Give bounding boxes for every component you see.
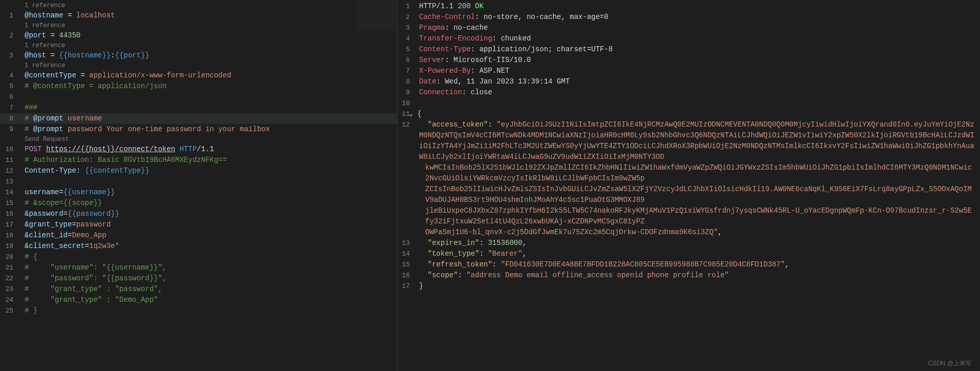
- request-code[interactable]: 1 reference1@hostname = localhost1 refer…: [0, 0, 397, 316]
- code-line[interactable]: 4@contentType = application/x-www-form-u…: [0, 70, 397, 81]
- code-content[interactable]: "token_type": "Bearer",: [417, 249, 527, 259]
- code-content[interactable]: Cache-Control: no-store, no-cache, max-a…: [417, 12, 609, 23]
- code-content[interactable]: Server: Microsoft-IIS/10.0: [417, 55, 531, 66]
- code-line[interactable]: 10POST https://{{host}}/connect/token HT…: [0, 144, 397, 155]
- code-line[interactable]: 15 "refresh_token": "FD041630E7D0E4A8BE7…: [398, 259, 980, 270]
- code-line[interactable]: 14username={{username}}: [0, 187, 397, 198]
- code-content[interactable]: Content-Type: application/json; charset=…: [417, 44, 613, 55]
- code-line[interactable]: 22# "password": "{{password}}",: [0, 273, 397, 284]
- fold-icon[interactable]: ⌄: [409, 109, 413, 119]
- code-content[interactable]: &password={{password}}: [23, 209, 119, 219]
- code-line[interactable]: 18&client_id=Demo_App: [0, 230, 397, 241]
- code-line[interactable]: 24# "grant_type" : "Demo_App": [0, 295, 397, 305]
- code-content[interactable]: # "username": "{{username}}",: [23, 262, 166, 273]
- code-line[interactable]: 1@hostname = localhost: [0, 10, 397, 21]
- code-content[interactable]: Content-Type: {{contentType}}: [23, 166, 150, 176]
- code-line[interactable]: 13 "expires_in": 31536000,: [398, 238, 980, 249]
- code-line[interactable]: 12Content-Type: {{contentType}}: [0, 166, 397, 176]
- code-line[interactable]: 25# }: [0, 305, 397, 316]
- code-content[interactable]: kwMCIsInBob25lX251bWJlcl92ZXJpZmllZCI6Ik…: [417, 162, 975, 184]
- code-content[interactable]: username={{username}}: [23, 187, 115, 198]
- code-content[interactable]: jleBiUxpeC8JXbxZ87zphkIYfbH6I2k55LTW5C74…: [417, 205, 975, 227]
- code-content[interactable]: }: [417, 281, 423, 292]
- response-editor-pane[interactable]: 1HTTP/1.1 200 OK2Cache-Control: no-store…: [398, 0, 980, 371]
- code-content[interactable]: {: [415, 109, 421, 119]
- code-line[interactable]: 7###: [0, 102, 397, 113]
- codelens-reference[interactable]: 1 reference: [0, 61, 397, 70]
- code-content[interactable]: HTTP/1.1 200 OK: [417, 1, 484, 12]
- code-line[interactable]: 6Server: Microsoft-IIS/10.0: [398, 55, 980, 66]
- code-line[interactable]: OWPaSmj1U6-bl_qnvX-c2j5DdGfJwmEk7u75ZXc2…: [398, 227, 980, 238]
- code-line[interactable]: 4Transfer-Encoding: chunked: [398, 33, 980, 44]
- line-number: 4: [0, 70, 20, 81]
- code-line[interactable]: 12 "access_token": "eyJhbGciOiJSUzI1NiIs…: [398, 119, 980, 162]
- code-content[interactable]: ###: [23, 102, 37, 113]
- code-content[interactable]: "refresh_token": "FD041630E7D0E4A8BE7BFD…: [417, 259, 789, 270]
- code-line[interactable]: 3Pragma: no-cache: [398, 23, 980, 33]
- code-content[interactable]: Transfer-Encoding: chunked: [417, 33, 531, 44]
- code-content[interactable]: @host = {{hostname}}:{{port}}: [23, 50, 150, 61]
- code-content[interactable]: @port = 44350: [23, 30, 80, 41]
- code-content[interactable]: Connection: close: [417, 87, 492, 98]
- code-content[interactable]: ZCIsInBob25lIiwicHJvZmlsZSIsInJvbGUiLCJv…: [417, 184, 975, 205]
- code-content[interactable]: "scope": "address Demo email offline_acc…: [417, 270, 729, 281]
- code-line[interactable]: 6: [0, 92, 397, 102]
- code-line[interactable]: 16 "scope": "address Demo email offline_…: [398, 270, 980, 281]
- code-content[interactable]: # "password": "{{password}}",: [23, 273, 166, 284]
- code-line[interactable]: 5# @contentType = application/json: [0, 81, 397, 92]
- code-line[interactable]: 17}: [398, 281, 980, 292]
- code-line[interactable]: 2Cache-Control: no-store, no-cache, max-…: [398, 12, 980, 23]
- code-content[interactable]: POST https://{{host}}/connect/token HTTP…: [23, 144, 214, 155]
- code-content[interactable]: X-Powered-By: ASP.NET: [417, 66, 509, 76]
- code-content[interactable]: # "grant_type" : "password",: [23, 284, 162, 295]
- code-content[interactable]: # &scope={{scope}}: [23, 198, 102, 209]
- code-line[interactable]: 23# "grant_type" : "password",: [0, 284, 397, 295]
- code-content[interactable]: # {: [23, 252, 37, 262]
- codelens-send-request[interactable]: Send Request: [0, 135, 397, 144]
- code-line[interactable]: 19&client_secret=1q2w3e*: [0, 241, 397, 252]
- code-content[interactable]: @hostname = localhost: [23, 10, 115, 21]
- code-content[interactable]: OWPaSmj1U6-bl_qnvX-c2j5DdGfJwmEk7u75ZXc2…: [417, 227, 722, 238]
- code-line[interactable]: 3@host = {{hostname}}:{{port}}: [0, 50, 397, 61]
- code-line[interactable]: 9Connection: close: [398, 87, 980, 98]
- code-line[interactable]: 2@port = 44350: [0, 30, 397, 41]
- code-content[interactable]: Pragma: no-cache: [417, 23, 488, 33]
- code-line[interactable]: 14 "token_type": "Bearer",: [398, 249, 980, 259]
- code-line[interactable]: 13: [0, 176, 397, 187]
- code-line[interactable]: 5Content-Type: application/json; charset…: [398, 44, 980, 55]
- code-line[interactable]: 10: [398, 98, 980, 109]
- codelens-reference[interactable]: 1 reference: [0, 21, 397, 30]
- code-line[interactable]: 21# "username": "{{username}}",: [0, 262, 397, 273]
- code-line[interactable]: jleBiUxpeC8JXbxZ87zphkIYfbH6I2k55LTW5C74…: [398, 205, 980, 227]
- code-content[interactable]: "access_token": "eyJhbGciOiJSUzI1NiIsImt…: [417, 119, 975, 162]
- code-content[interactable]: Date: Wed, 11 Jan 2023 13:39:14 GMT: [417, 76, 570, 87]
- code-content[interactable]: &client_id=Demo_App: [23, 230, 107, 241]
- code-line[interactable]: 11# Authorization: Basic RGVtb19BcHA6MXE…: [0, 155, 397, 166]
- code-content[interactable]: # @contentType = application/json: [23, 81, 166, 92]
- code-content[interactable]: # Authorization: Basic RGVtb19BcHA6MXEyd…: [23, 155, 227, 166]
- code-content[interactable]: &grant_type=password: [23, 219, 111, 230]
- codelens-reference[interactable]: 1 reference: [0, 1, 397, 10]
- code-line[interactable]: 8Date: Wed, 11 Jan 2023 13:39:14 GMT: [398, 76, 980, 87]
- code-content[interactable]: # @prompt username: [23, 113, 102, 124]
- response-code[interactable]: 1HTTP/1.1 200 OK2Cache-Control: no-store…: [398, 0, 980, 292]
- code-line[interactable]: 9# @prompt password Your one-time passwo…: [0, 124, 397, 135]
- code-line[interactable]: 17&grant_type=password: [0, 219, 397, 230]
- code-content[interactable]: # @prompt password Your one-time passwor…: [23, 124, 270, 135]
- codelens-reference[interactable]: 1 reference: [0, 41, 397, 50]
- code-line[interactable]: kwMCIsInBob25lX251bWJlcl92ZXJpZmllZCI6Ik…: [398, 162, 980, 184]
- code-line[interactable]: ZCIsInBob25lIiwicHJvZmlsZSIsInJvbGUiLCJv…: [398, 184, 980, 205]
- code-line[interactable]: 20# {: [0, 252, 397, 262]
- code-content[interactable]: @contentType = application/x-www-form-ur…: [23, 70, 231, 81]
- request-editor-pane[interactable]: 1 reference1@hostname = localhost1 refer…: [0, 0, 398, 371]
- code-line[interactable]: 1HTTP/1.1 200 OK: [398, 1, 980, 12]
- code-content[interactable]: "expires_in": 31536000,: [417, 238, 527, 249]
- code-line[interactable]: 8# @prompt username: [0, 113, 397, 124]
- code-content[interactable]: # "grant_type" : "Demo_App": [23, 295, 158, 305]
- code-line[interactable]: 7X-Powered-By: ASP.NET: [398, 66, 980, 76]
- code-line[interactable]: 15# &scope={{scope}}: [0, 198, 397, 209]
- code-line[interactable]: 16&password={{password}}: [0, 209, 397, 219]
- code-line[interactable]: 11⌄{: [398, 109, 980, 119]
- code-content[interactable]: &client_secret=1q2w3e*: [23, 241, 119, 252]
- code-content[interactable]: # }: [23, 305, 37, 316]
